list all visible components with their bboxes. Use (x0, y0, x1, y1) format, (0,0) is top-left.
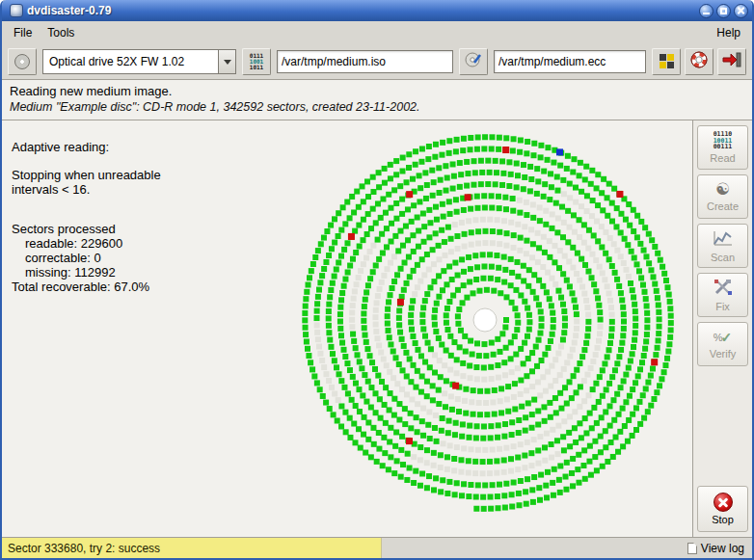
stop-icon (714, 493, 733, 512)
stop-button[interactable]: Stop (697, 486, 748, 532)
preferences-button[interactable] (652, 48, 681, 75)
stop-label: Stop (712, 514, 734, 525)
disc-spiral-visualization (287, 122, 683, 518)
cd-drive-icon (14, 54, 30, 69)
stopping-condition-line1: Stopping when unreadable (12, 168, 161, 182)
scan-icon (713, 229, 734, 250)
scan-label: Scan (711, 252, 735, 263)
menubar: File Tools Help (2, 21, 752, 43)
preferences-icon (660, 54, 674, 68)
action-sidebar: 01110 10011 00111 Read ☯ Create (692, 120, 752, 537)
checkmark-glyph: ✓ (721, 330, 733, 345)
menu-tools[interactable]: Tools (40, 23, 82, 42)
ecc-file-button[interactable] (459, 48, 488, 75)
fix-tools-icon (714, 279, 733, 299)
action-status-line: Reading new medium image. (10, 84, 744, 98)
app-icon (10, 4, 23, 17)
maximize-button[interactable] (716, 4, 731, 18)
lifebuoy-help-icon (689, 50, 709, 72)
close-button[interactable] (734, 4, 748, 18)
ecc-path-input[interactable] (494, 50, 646, 73)
create-button[interactable]: ☯ Create (697, 174, 748, 219)
toolbar-right-group (652, 48, 746, 75)
quit-arrow-icon (722, 52, 741, 70)
iso-path-input[interactable] (277, 50, 453, 73)
verify-icon: % ✓ (714, 329, 733, 346)
adaptive-reading-title: Adaptive reading: (12, 140, 161, 154)
menu-file[interactable]: File (6, 23, 40, 42)
read-button[interactable]: 01110 10011 00111 Read (697, 125, 748, 170)
minimize-button[interactable] (699, 4, 714, 18)
stopping-condition-line2: intervals < 16. (12, 182, 161, 197)
drive-button[interactable] (8, 48, 37, 75)
log-file-icon (687, 543, 697, 554)
minimize-icon (703, 13, 710, 14)
fix-button[interactable]: Fix (697, 273, 748, 317)
menu-help[interactable]: Help (709, 23, 748, 42)
drive-select[interactable]: Optical drive 52X FW 1.02 (42, 49, 236, 74)
status-header: Reading new medium image. Medium "Exampl… (2, 80, 752, 120)
status-message: Sector 333680, try 2: success (2, 538, 382, 558)
binary-line: 00111 (714, 144, 733, 150)
quit-button[interactable] (717, 48, 746, 75)
create-label: Create (707, 200, 739, 212)
reading-info-panel: Adaptive reading: Stopping when unreadab… (12, 140, 161, 294)
toolbar: Optical drive 52X FW 1.02 0111 1001 1011 (2, 43, 752, 80)
verify-label: Verify (710, 348, 737, 360)
view-log-label: View log (701, 542, 744, 555)
chevron-down-icon (218, 50, 235, 73)
correctable-count: correctable: 0 (12, 251, 161, 265)
window-controls (696, 4, 748, 18)
app-window: dvdisaster-0.79 File Tools Help Optical … (0, 0, 754, 560)
create-icon: ☯ (715, 181, 730, 199)
content-area: Adaptive reading: Stopping when unreadab… (2, 120, 752, 537)
read-label: Read (710, 152, 735, 164)
medium-info-line: Medium "Example disc": CD-R mode 1, 3425… (10, 100, 744, 114)
statusbar: Sector 333680, try 2: success View log (2, 537, 752, 558)
verify-button[interactable]: % ✓ Verify (697, 322, 748, 366)
maximize-icon (720, 8, 727, 14)
view-log-button[interactable]: View log (680, 542, 752, 555)
drive-select-value: Optical drive 52X FW 1.02 (43, 55, 218, 68)
missing-count: missing: 112992 (12, 265, 161, 280)
window-title: dvdisaster-0.79 (27, 4, 111, 17)
binary-file-icon: 0111 1001 1011 (250, 53, 263, 70)
ecc-file-icon (465, 51, 482, 71)
read-icon: 01110 10011 00111 (714, 131, 733, 150)
fix-label: Fix (715, 301, 730, 312)
scan-button[interactable]: Scan (697, 224, 748, 268)
iso-file-button[interactable]: 0111 1001 1011 (242, 48, 271, 75)
help-button[interactable] (685, 48, 714, 75)
total-recoverable: Total recoverable: 67.0% (12, 280, 161, 294)
binary-line: 1011 (250, 65, 263, 70)
close-icon (737, 7, 745, 15)
readable-count: readable: 229600 (12, 236, 161, 251)
titlebar[interactable]: dvdisaster-0.79 (2, 0, 752, 21)
sectors-processed-title: Sectors processed (12, 222, 161, 236)
reading-panel: Adaptive reading: Stopping when unreadab… (2, 120, 692, 537)
